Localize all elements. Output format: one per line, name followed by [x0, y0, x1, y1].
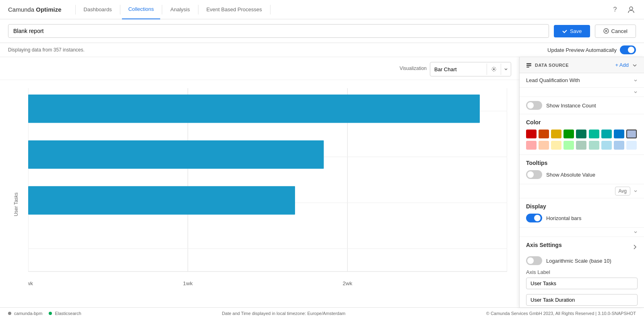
report-name-input[interactable] [8, 24, 549, 38]
color-title: Color [526, 119, 638, 126]
axis-label-section: Axis Label [526, 269, 638, 306]
show-absolute-value-label: Show Absolute Value [546, 172, 595, 178]
color-teal[interactable] [589, 130, 599, 138]
color-grid-row1 [526, 130, 638, 138]
logarithmic-toggle[interactable] [526, 256, 542, 265]
nav-divider [75, 5, 76, 14]
color-light-red[interactable] [526, 141, 537, 150]
color-grid-row2 [526, 141, 638, 150]
expand-icon[interactable] [632, 62, 638, 68]
logarithmic-label: Logarithmic Scale (base 10) [546, 258, 611, 264]
main-panel: Visualization Bar Chart Line Chart Pie C… [0, 57, 519, 307]
viz-settings-button[interactable] [487, 62, 501, 76]
color-red[interactable] [526, 130, 537, 138]
source-row: Lead Qualification With [520, 73, 644, 88]
panel-header: DATA SOURCE + Add [520, 57, 644, 73]
svg-text:0wk: 0wk [28, 280, 33, 286]
avg-badge[interactable]: Avg [615, 187, 630, 196]
nav-right: ? [610, 5, 636, 14]
panel-title: DATA SOURCE [535, 63, 569, 68]
axis-label-x-input[interactable] [526, 294, 638, 306]
svg-text:1wk: 1wk [183, 280, 193, 286]
nav-dashboards[interactable]: Dashboards [77, 0, 118, 19]
axis-expand-icon[interactable] [632, 244, 638, 250]
panel-header-left: DATA SOURCE [526, 62, 569, 68]
color-orange-dark[interactable] [539, 130, 549, 138]
avg-row: Avg [520, 184, 644, 198]
y-axis-label: User Tasks [13, 192, 19, 216]
display-section: Display Horizontal bars [520, 198, 644, 228]
add-button[interactable]: + Add [615, 62, 629, 68]
save-button[interactable]: Save [554, 25, 590, 37]
header-bar: Save Cancel [0, 19, 644, 43]
svg-text:2wk: 2wk [343, 280, 352, 286]
auto-preview-toggle-row: Update Preview Automatically [547, 45, 636, 54]
svg-rect-22 [526, 63, 531, 64]
color-section: Color [520, 114, 644, 155]
color-light-yellow[interactable] [551, 141, 561, 150]
viz-select[interactable]: Bar Chart Line Chart Pie Chart Number Ta… [430, 64, 487, 75]
svg-point-2 [493, 68, 495, 70]
nav-divider5 [270, 5, 270, 14]
display-chevron[interactable] [634, 230, 638, 234]
nav-divider3 [162, 5, 162, 14]
brand-logo: Camunda Optimize [8, 6, 62, 13]
color-sky-blue[interactable] [614, 141, 624, 150]
color-yellow[interactable] [551, 130, 561, 138]
right-panel: DATA SOURCE + Add Lead Qualification Wit… [519, 57, 644, 307]
nav-divider2 [120, 5, 120, 14]
avg-chevron[interactable] [634, 189, 638, 193]
color-green[interactable] [564, 130, 574, 138]
source-chevron[interactable] [634, 78, 638, 82]
axis-label-heading: Axis Label [526, 269, 638, 275]
color-teal-dark[interactable] [576, 130, 586, 138]
horizontal-bars-label: Horizontal bars [546, 215, 581, 221]
axis-settings-section: Axis Settings Logarithmic Scale (base 10… [520, 237, 644, 307]
color-light-blue[interactable] [626, 130, 637, 138]
color-lightest-blue[interactable] [626, 141, 637, 150]
instances-text: Displaying data from 357 instances. [8, 47, 85, 53]
color-light-orange[interactable] [539, 141, 549, 150]
color-light-cyan[interactable] [601, 141, 612, 150]
display-title: Display [526, 203, 638, 210]
source-name: Lead Qualification With [526, 77, 580, 83]
show-absolute-value-row: Show Absolute Value [526, 170, 638, 179]
axis-label-y-input[interactable] [526, 278, 638, 289]
show-instance-count-toggle[interactable] [526, 101, 542, 110]
tooltips-title: Tooltips [526, 160, 638, 166]
chart-area: User Tasks [0, 80, 519, 319]
auto-preview-label: Update Preview Automatically [547, 47, 617, 53]
svg-point-0 [630, 7, 633, 10]
cancel-button[interactable]: Cancel [595, 25, 636, 38]
axis-settings-header: Axis Settings [526, 242, 638, 252]
dropdown-row-1 [520, 88, 644, 97]
nav-event-based[interactable]: Event Based Processes [200, 0, 268, 19]
svg-rect-24 [526, 67, 529, 68]
horizontal-bars-row: Horizontal bars [526, 214, 638, 222]
user-icon[interactable] [626, 5, 636, 14]
instance-count-row: Show Instance Count [520, 97, 644, 114]
color-light-green[interactable] [564, 141, 574, 150]
bar-chart-svg: Conduct Discovery Call Do Basic Lead Qua… [28, 88, 507, 308]
nav-collections[interactable]: Collections [122, 0, 161, 19]
nav-analysis[interactable]: Analysis [164, 0, 196, 19]
color-cyan[interactable] [601, 130, 612, 138]
auto-preview-toggle[interactable] [620, 45, 636, 54]
show-instance-count-label: Show Instance Count [546, 103, 596, 109]
show-instance-count-row: Show Instance Count [526, 101, 638, 110]
help-icon[interactable]: ? [610, 5, 620, 14]
color-blue[interactable] [614, 130, 624, 138]
row1-chevron[interactable] [634, 90, 638, 94]
svg-rect-13 [28, 140, 324, 169]
horizontal-bars-toggle[interactable] [526, 214, 542, 222]
tooltips-section: Tooltips Show Absolute Value [520, 155, 644, 184]
viz-chevron-button[interactable] [501, 62, 511, 76]
show-absolute-value-toggle[interactable] [526, 170, 542, 179]
logarithmic-row: Logarithmic Scale (base 10) [526, 256, 638, 265]
svg-rect-12 [28, 95, 480, 123]
datasource-icon [526, 62, 532, 68]
viz-row: Visualization Bar Chart Line Chart Pie C… [0, 57, 519, 80]
color-light-teal[interactable] [576, 141, 586, 150]
svg-rect-14 [28, 186, 295, 215]
color-light-mint[interactable] [589, 141, 599, 150]
